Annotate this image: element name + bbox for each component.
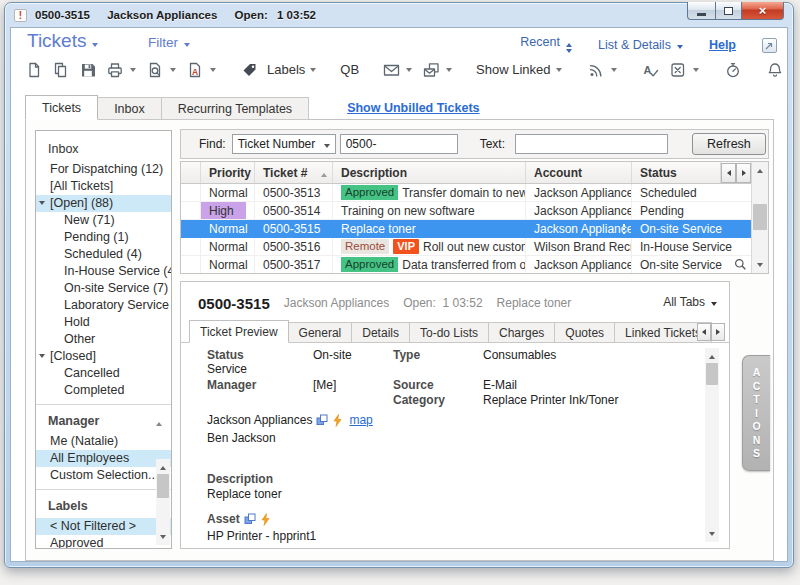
- map-link[interactable]: map: [349, 413, 372, 427]
- scroll-down-icon[interactable]: [752, 259, 768, 273]
- sidebar-item-pending-1[interactable]: Pending (1): [36, 229, 171, 246]
- help-link[interactable]: Help: [709, 38, 736, 52]
- scroll-tabs-right-button[interactable]: [711, 323, 725, 341]
- scroll-up-icon[interactable]: [156, 459, 170, 473]
- email-icon[interactable]: [381, 60, 401, 80]
- tab-tickets[interactable]: Tickets: [25, 95, 98, 120]
- ticket-row-0500-3515[interactable]: Normal0500-3515Replace tonerJackson Appl…: [181, 220, 753, 238]
- column-status[interactable]: Status: [632, 162, 721, 183]
- magnifier-icon[interactable]: [734, 258, 747, 273]
- column-ticket[interactable]: Ticket #: [255, 162, 333, 183]
- sidebar-item-all-employees[interactable]: All Employees: [36, 450, 171, 467]
- actions-tab[interactable]: ACTIONS: [742, 355, 770, 471]
- sidebar-item-closed[interactable]: [Closed]: [36, 348, 171, 365]
- ticket-row-0500-3514[interactable]: High0500-3514Training on new softwareJac…: [181, 202, 753, 220]
- scrollbar-thumb[interactable]: [753, 204, 767, 230]
- preview-tab-to-do-lists[interactable]: To-do Lists: [410, 322, 489, 343]
- column-description[interactable]: Description: [333, 162, 526, 183]
- preview-tab-ticket-preview[interactable]: Ticket Preview: [189, 320, 289, 343]
- sidebar-item-approved[interactable]: Approved: [36, 535, 171, 549]
- scroll-columns-right-button[interactable]: [736, 163, 751, 183]
- sidebar-item-completed[interactable]: Completed: [36, 382, 171, 399]
- new-document-icon[interactable]: [24, 60, 44, 80]
- ticket-row-0500-3516[interactable]: Normal0500-3516RemoteVIPRoll out new cus…: [181, 238, 753, 256]
- print-preview-icon[interactable]: [145, 60, 165, 80]
- minimize-button[interactable]: [687, 2, 715, 20]
- sidebar-item-for-dispatching-12[interactable]: For Dispatching (12): [36, 161, 171, 178]
- all-tabs-menu[interactable]: All Tabs: [663, 295, 717, 309]
- email-dropdown-icon[interactable]: [406, 68, 412, 75]
- export-pdf-icon[interactable]: A: [185, 60, 205, 80]
- labels-button[interactable]: Labels: [267, 62, 305, 77]
- expand-arrow-icon[interactable]: [39, 201, 45, 208]
- close-button[interactable]: ×: [742, 2, 784, 20]
- column-account[interactable]: Account: [526, 162, 632, 183]
- scroll-up-icon[interactable]: [705, 348, 719, 362]
- preview-dropdown-icon[interactable]: [170, 68, 176, 75]
- filter-menu[interactable]: Filter: [148, 35, 190, 50]
- sidebar-item-all-tickets[interactable]: [All Tickets]: [36, 178, 171, 195]
- preview-tab-general[interactable]: General: [289, 322, 353, 343]
- preview-tab-charges[interactable]: Charges: [489, 322, 555, 343]
- tab-recurring-templates[interactable]: Recurring Templates: [162, 97, 309, 120]
- search-by-select[interactable]: Ticket Number: [232, 134, 336, 154]
- sidebar-item-scheduled-4[interactable]: Scheduled (4): [36, 246, 171, 263]
- restore-button[interactable]: [715, 2, 742, 20]
- sidebar-item-new-71[interactable]: New (71): [36, 212, 171, 229]
- quick-action-icon[interactable]: [332, 414, 342, 427]
- ticket-row-0500-3517[interactable]: Normal0500-3517ApprovedData transferred …: [181, 256, 753, 274]
- recent-menu[interactable]: Recent: [520, 35, 572, 55]
- timer-icon[interactable]: [723, 60, 743, 80]
- sidebar-item-custom-selection[interactable]: Custom Selection...: [36, 467, 171, 484]
- show-linked-dropdown-icon[interactable]: [556, 68, 562, 75]
- sidebar-item-on-site-service-7[interactable]: On-site Service (7): [36, 280, 171, 297]
- sidebar-item-laboratory-service-1[interactable]: Laboratory Service (1): [36, 297, 171, 314]
- pdf-dropdown-icon[interactable]: [210, 68, 216, 75]
- list-details-menu[interactable]: List & Details: [598, 38, 683, 52]
- ticket-row-0500-3513[interactable]: Normal0500-3513ApprovedTransfer domain t…: [181, 184, 753, 202]
- scrollbar-thumb[interactable]: [157, 474, 169, 498]
- scroll-up-icon[interactable]: [752, 162, 768, 176]
- detach-window-icon[interactable]: [762, 38, 777, 53]
- open-record-icon[interactable]: [244, 513, 256, 525]
- quickbooks-button[interactable]: QB: [340, 62, 359, 77]
- sidebar-item-in-house-service-4[interactable]: In-House Service (4): [36, 263, 171, 280]
- labels-tag-icon[interactable]: [240, 60, 260, 80]
- sidebar-item-not-filtered[interactable]: < Not Filtered >: [36, 518, 171, 535]
- table-scrollbar[interactable]: [751, 162, 768, 273]
- scrollbar-thumb[interactable]: [706, 363, 718, 385]
- rss-dropdown-icon[interactable]: [611, 68, 617, 75]
- sidebar-scrollbar[interactable]: [156, 459, 170, 545]
- print-icon[interactable]: [105, 60, 125, 80]
- column-priority[interactable]: Priority: [201, 162, 255, 183]
- preview-scrollbar[interactable]: [705, 348, 719, 542]
- account-link[interactable]: Jackson Appliances: [207, 413, 312, 427]
- sidebar-item-cancelled[interactable]: Cancelled: [36, 365, 171, 382]
- scroll-tabs-left-button[interactable]: [697, 323, 711, 341]
- collapse-icon[interactable]: [156, 419, 162, 426]
- preview-tab-quotes[interactable]: Quotes: [555, 322, 615, 343]
- tickets-menu[interactable]: Tickets: [27, 30, 98, 52]
- excel-dropdown-icon[interactable]: [693, 68, 699, 75]
- refresh-button[interactable]: Refresh: [692, 133, 766, 155]
- row-grip-icon[interactable]: [623, 224, 625, 226]
- sidebar-item-open-88[interactable]: [Open] (88): [36, 195, 171, 212]
- save-icon[interactable]: [78, 60, 98, 80]
- email-import-icon[interactable]: [421, 60, 441, 80]
- scroll-down-icon[interactable]: [705, 528, 719, 542]
- excel-export-icon[interactable]: [668, 60, 688, 80]
- sidebar-item-other[interactable]: Other: [36, 331, 171, 348]
- scroll-down-icon[interactable]: [156, 531, 170, 545]
- print-dropdown-icon[interactable]: [130, 68, 136, 75]
- quick-action-icon[interactable]: [260, 513, 270, 526]
- show-linked-button[interactable]: Show Linked: [476, 62, 550, 77]
- copy-icon[interactable]: [51, 60, 71, 80]
- email-import-dropdown-icon[interactable]: [446, 68, 452, 75]
- sidebar-item-me-natalie[interactable]: Me (Natalie): [36, 433, 171, 450]
- labels-dropdown-icon[interactable]: [310, 68, 316, 75]
- tab-inbox[interactable]: Inbox: [98, 97, 162, 120]
- sidebar-item-hold[interactable]: Hold: [36, 314, 171, 331]
- expand-arrow-icon[interactable]: [39, 354, 45, 361]
- ticket-number-input[interactable]: [340, 134, 458, 154]
- spell-check-icon[interactable]: A: [641, 60, 661, 80]
